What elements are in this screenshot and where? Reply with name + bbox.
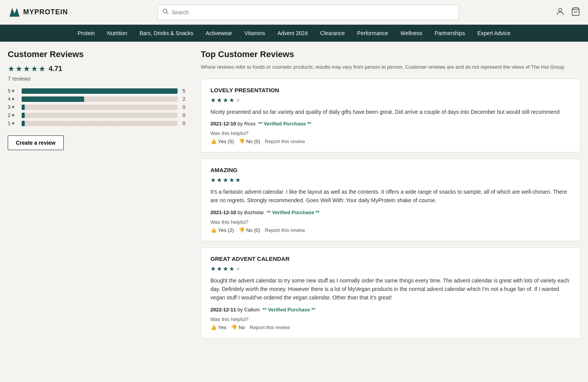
report-link-2[interactable]: Report this review — [265, 227, 305, 233]
nav-item-bars[interactable]: Bars, Drinks & Snacks — [139, 30, 193, 36]
nav-item-protein[interactable]: Protein — [78, 30, 95, 36]
svg-point-3 — [559, 8, 562, 12]
star-2: ★ — [15, 64, 22, 73]
svg-line-2 — [166, 13, 168, 14]
main-content: Customer Reviews ★ ★ ★ ★ ★ 4.71 7 review… — [0, 42, 588, 352]
nav-item-clearance[interactable]: Clearance — [320, 30, 345, 36]
search-bar — [158, 5, 459, 20]
helpful-label-1: Was this helpful? — [210, 130, 571, 136]
review-meta-3: 2022-12-11 by Callum ** Verified Purchas… — [210, 307, 571, 313]
cart-icon[interactable] — [571, 7, 580, 17]
thumbs-down-icon-1: 👎 — [239, 139, 245, 144]
rating-value: 4.71 — [49, 65, 62, 73]
thumbs-down-button-1[interactable]: 👎 No (0) — [239, 139, 260, 144]
star-1: ★ — [8, 64, 15, 73]
nav-item-advent[interactable]: Advent 2024 — [278, 30, 308, 36]
review-meta-2: 2021-12-10 by Bozhidar ** Verified Purch… — [210, 210, 571, 215]
left-panel: Customer Reviews ★ ★ ★ ★ ★ 4.71 7 review… — [8, 49, 185, 345]
bar-bg-1 — [22, 121, 178, 126]
bar-bg-2 — [22, 113, 178, 118]
thumbs-up-icon-1: 👍 — [210, 139, 217, 144]
helpful-label-3: Was this helpful? — [210, 316, 571, 322]
bar-fill-3 — [22, 105, 25, 110]
thumbs-down-button-3[interactable]: 👎 No — [231, 325, 245, 330]
thumbs-up-icon-3: 👍 — [210, 325, 217, 330]
review-meta-1: 2021-12-10 by Ross ** Verified Purchase … — [210, 121, 571, 127]
rating-summary: ★ ★ ★ ★ ★ 4.71 — [8, 64, 185, 73]
nav-item-vitamins[interactable]: Vitamins — [244, 30, 265, 36]
thumbs-up-button-2[interactable]: 👍 Yes (2) — [210, 227, 234, 233]
nav-item-partnerships[interactable]: Partnerships — [435, 30, 465, 36]
bar-fill-1 — [22, 121, 25, 126]
helpful-actions-1: 👍 Yes (5) 👎 No (0) Report this review — [210, 139, 571, 144]
logo-text: MYPROTEIN — [23, 8, 68, 16]
header: MYPROTEIN — [0, 0, 588, 25]
search-icon — [163, 8, 169, 16]
bar-bg-4 — [22, 96, 178, 102]
rating-row-2: 2 ★ 0 — [8, 112, 185, 118]
review-stars-3: ★ ★ ★ ★ ★ — [210, 265, 571, 272]
bar-fill-2 — [22, 113, 25, 118]
nav-item-expert[interactable]: Expert Advice — [477, 30, 510, 36]
bar-bg-3 — [22, 105, 178, 110]
disclaimer-text: Where reviews refer to foods or cosmetic… — [201, 63, 580, 71]
review-stars-2: ★ ★ ★ ★ ★ — [210, 176, 571, 184]
review-text-1: Nicely presented and so far variety and … — [210, 108, 571, 116]
review-card-3: GREAT ADVENT CALENDAR ★ ★ ★ ★ ★ Bought t… — [201, 247, 580, 338]
search-input[interactable] — [172, 9, 454, 15]
svg-marker-0 — [10, 8, 20, 16]
star-half: ★ — [39, 64, 46, 73]
thumbs-up-icon-2: 👍 — [210, 227, 217, 233]
rating-row-5: 5 ★ 5 — [8, 88, 185, 94]
review-title-3: GREAT ADVENT CALENDAR — [210, 255, 571, 262]
review-title-2: AMAZING — [210, 167, 571, 173]
rating-stars: ★ ★ ★ ★ ★ — [8, 64, 46, 73]
star-3: ★ — [23, 64, 30, 73]
review-stars-1: ★ ★ ★ ★ ★ — [210, 96, 571, 104]
top-reviews-title: Top Customer Reviews — [201, 49, 580, 59]
logo-link[interactable]: MYPROTEIN — [8, 6, 68, 19]
helpful-actions-2: 👍 Yes (2) 👎 No (0) Report this review — [210, 227, 571, 233]
review-card-1: LOVELY PRESENTATION ★ ★ ★ ★ ★ Nicely pre… — [201, 79, 580, 152]
nav-item-wellness[interactable]: Wellness — [400, 30, 422, 36]
bar-bg-5 — [22, 88, 178, 94]
review-count: 7 reviews — [8, 76, 185, 82]
helpful-actions-3: 👍 Yes 👎 No Report this review — [210, 325, 571, 330]
nav-item-activewear[interactable]: Activewear — [206, 30, 232, 36]
bar-fill-5 — [22, 88, 178, 94]
star-4: ★ — [31, 64, 38, 73]
report-link-3[interactable]: Report this review — [250, 325, 290, 330]
thumbs-down-icon-2: 👎 — [239, 227, 245, 233]
rating-row-1: 1 ★ 0 — [8, 120, 185, 126]
logo-icon — [8, 6, 20, 19]
thumbs-up-button-3[interactable]: 👍 Yes — [210, 325, 226, 330]
thumbs-down-icon-3: 👎 — [231, 325, 237, 330]
review-card-2: AMAZING ★ ★ ★ ★ ★ It's a fantastic adven… — [201, 159, 580, 241]
rating-bars: 5 ★ 5 4 ★ 2 3 ★ 0 — [8, 88, 185, 126]
nav: Protein Nutrition Bars, Drinks & Snacks … — [0, 25, 588, 42]
account-icon[interactable] — [556, 7, 565, 17]
report-link-1[interactable]: Report this review — [265, 139, 305, 144]
page-title: Customer Reviews — [8, 49, 185, 59]
review-text-2: It's a fantastic advent calendar. I like… — [210, 188, 571, 205]
bar-fill-4 — [22, 96, 84, 102]
review-title-1: LOVELY PRESENTATION — [210, 87, 571, 93]
review-text-3: Bought the advent calendar to try some n… — [210, 276, 571, 302]
create-review-button[interactable]: Create a review — [8, 135, 64, 150]
nav-item-nutrition[interactable]: Nutrition — [107, 30, 127, 36]
nav-item-performance[interactable]: Performance — [357, 30, 388, 36]
thumbs-up-button-1[interactable]: 👍 Yes (5) — [210, 139, 234, 144]
header-icons — [556, 7, 580, 17]
thumbs-down-button-2[interactable]: 👎 No (0) — [239, 227, 260, 233]
helpful-label-2: Was this helpful? — [210, 219, 571, 225]
right-panel: Top Customer Reviews Where reviews refer… — [201, 49, 580, 345]
rating-row-3: 3 ★ 0 — [8, 104, 185, 110]
rating-row-4: 4 ★ 2 — [8, 96, 185, 102]
